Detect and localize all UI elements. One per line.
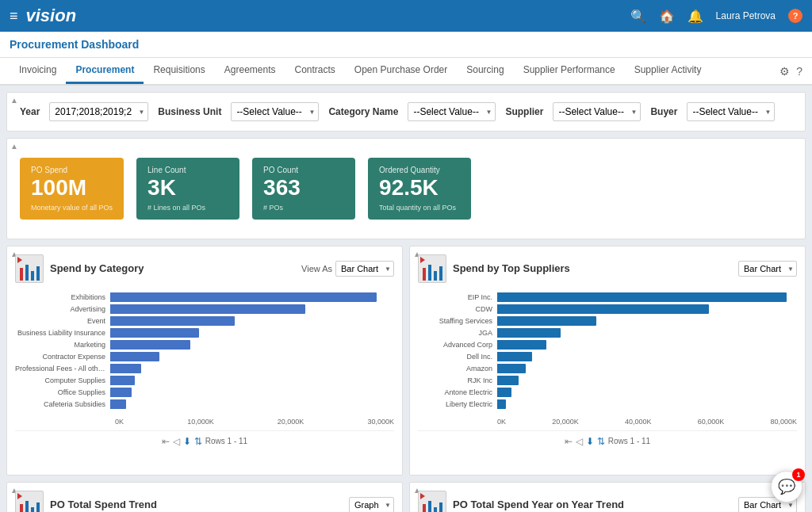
cat-chart-icon [15,254,44,283]
sup-bar-chart: EIP Inc. CDW Staffing Services JGA Advan… [418,289,797,415]
cat-bar-label: Marketing [15,341,110,349]
sup-bar-row: Antone Electric [418,388,797,397]
cat-bar [110,304,305,314]
sup-bar-row: EIP Inc. [418,292,797,302]
page-title-bar: Procurement Dashboard [0,32,812,58]
sup-bar-label: Dell Inc. [418,353,497,361]
kpi-ordered-qty: Ordered Quantity 92.5K Total quantity on… [368,158,471,220]
sup-bar-label: Staffing Services [418,317,497,325]
cat-bar [110,388,132,397]
help-icon[interactable]: ? [788,9,802,23]
buyer-select[interactable]: --Select Value-- [687,102,775,121]
charts-row-2: ▲ PO Total Spend Trend Graph [6,482,806,512]
cat-chart-header: Spend by Category View As Bar Chart [15,254,394,283]
sup-bar [497,292,787,302]
header: ≡ vision 🔍 🏠 🔔 Laura Petrova ? [0,0,812,32]
sup-first-icon[interactable]: ⇤ [565,436,573,447]
yoy-header: PO Total Spend Year on Year Trend Bar Ch… [418,491,797,512]
header-actions: 🔍 🏠 🔔 Laura Petrova ? [630,9,802,24]
sup-bar [497,328,561,338]
sup-down-icon[interactable]: ⬇ [586,436,594,447]
cat-bar-label: Event [15,317,110,325]
category-select[interactable]: --Select Value-- [408,102,496,121]
sup-footer: ⇤ ◁ ⬇ ⇅ Rows 1 - 11 [418,430,797,447]
business-unit-select[interactable]: --Select Value-- [231,102,319,121]
kpi-line-count: Line Count 3K # Lines on all POs [136,158,239,220]
cat-view-label: View As [301,264,332,273]
sup-bar-row: CDW [418,304,797,314]
tab-agreements[interactable]: Agreements [215,58,285,84]
search-icon[interactable]: 🔍 [630,9,646,24]
cat-down-icon[interactable]: ⬇ [183,436,191,447]
trend-title: PO Total Spend Trend [50,499,343,510]
kpi-line-count-value: 3K [147,176,228,201]
notification-icon[interactable]: 🔔 [688,9,703,24]
tab-invoicing[interactable]: Invoicing [10,58,66,84]
kpi-panel: ▲ PO Spend 100M Monetary value of all PO… [6,138,806,239]
cat-bar-label: Office Supplies [15,388,110,396]
cat-view-control: View As Bar Chart [301,261,394,277]
tab-supplier-performance[interactable]: Supplier Performance [514,58,625,84]
chat-button[interactable]: 💬 1 [771,471,802,502]
cat-bar-chart: Exhibitions Advertising Event Business L… [15,289,394,415]
charts-row-1: ▲ Spend by Category View As [6,246,806,476]
sup-bar-label: Antone Electric [418,388,497,396]
cat-bar-row: Cafeteria Subsidies [15,399,394,409]
buyer-label: Buyer [650,106,677,117]
sup-bar-container [497,376,797,385]
sup-chart-icon [418,254,446,283]
year-filter-select[interactable]: 2017;2018;2019;2 [49,102,148,121]
tab-contracts[interactable]: Contracts [285,58,344,84]
sup-bar-container [497,388,797,397]
kpi-po-spend: PO Spend 100M Monetary value of all POs [20,158,124,220]
sup-bar [497,388,511,397]
sup-bar-label: RJK Inc [418,376,497,384]
cat-bar [110,340,190,350]
sup-bar [497,364,526,373]
cat-bar-container [110,304,394,314]
cat-first-icon[interactable]: ⇤ [162,436,170,447]
sup-dropdown-wrapper: Bar Chart [738,261,797,277]
sup-x-axis: 0K 20,000K 40,000K 60,000K 80,000K [497,418,797,426]
tab-supplier-activity[interactable]: Supplier Activity [625,58,711,84]
tab-requisitions[interactable]: Requisitions [144,58,214,84]
cat-bar [110,364,141,373]
sup-chart-header: Spend by Top Suppliers Bar Chart [418,254,797,283]
sup-bar [497,376,519,385]
panel-corner-icon: ▲ [10,96,18,105]
tab-open-purchase-order[interactable]: Open Purchase Order [345,58,457,84]
user-menu[interactable]: Laura Petrova [716,10,776,21]
trend-view-dropdown[interactable]: Graph [349,497,394,512]
sup-bar [497,340,546,350]
yoy-icon [418,491,446,512]
cat-bar-row: Advertising [15,304,394,314]
kpi-line-count-sub: # Lines on all POs [147,204,228,212]
supplier-select[interactable]: --Select Value-- [553,102,641,121]
sup-prev-icon[interactable]: ◁ [576,436,583,447]
home-icon[interactable]: 🏠 [659,9,675,24]
trend-header: PO Total Spend Trend Graph [15,491,394,512]
settings-icon[interactable]: ⚙ [779,65,790,78]
cat-bar-label: Cafeteria Subsidies [15,400,110,408]
cat-bar-label: Advertising [15,305,110,313]
cat-sort-icon[interactable]: ⇅ [194,436,202,447]
kpi-line-count-label: Line Count [147,166,228,174]
tab-procurement[interactable]: Procurement [66,58,144,84]
sup-view-dropdown[interactable]: Bar Chart [738,261,797,277]
sup-bar-row: Staffing Services [418,316,797,326]
trend-dropdown-wrapper: Graph [349,497,394,512]
tab-sourcing[interactable]: Sourcing [457,58,513,84]
page-title: Procurement Dashboard [10,38,139,51]
help-tab-icon[interactable]: ? [796,65,802,78]
kpi-cards: PO Spend 100M Monetary value of all POs … [20,151,792,226]
cat-bar-container [110,340,394,350]
cat-bar-row: Exhibitions [15,292,394,302]
cat-prev-icon[interactable]: ◁ [173,436,180,447]
kpi-po-count-sub: # POs [263,204,344,212]
menu-icon[interactable]: ≡ [10,8,18,25]
sup-bar-label: JGA [418,329,497,337]
sup-sort-icon[interactable]: ⇅ [597,436,605,447]
cat-view-dropdown[interactable]: Bar Chart [335,261,394,277]
sup-bar-label: Amazon [418,365,497,373]
cat-bar-row: Professional Fees - All others [15,364,394,373]
